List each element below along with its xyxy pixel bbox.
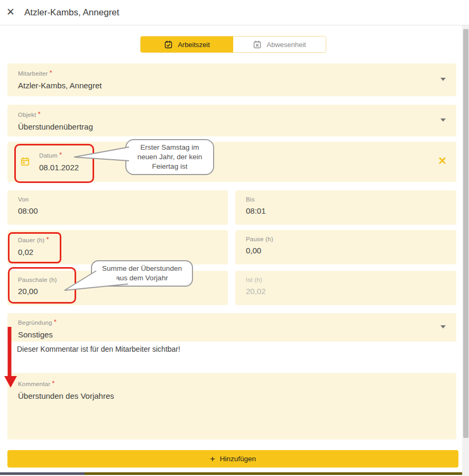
- bottom-strip-gray: [0, 472, 85, 475]
- required-asterisk: *: [59, 151, 62, 159]
- field-label: Pause (h): [246, 236, 446, 242]
- required-asterisk: *: [38, 110, 40, 118]
- required-asterisk: *: [50, 69, 52, 77]
- mitarbeiter-select[interactable]: Mitarbeiter* Atzler-Kambs, Annegret: [7, 63, 456, 96]
- calendar-icon[interactable]: [20, 157, 30, 169]
- field-label: Ist (h): [246, 277, 446, 283]
- speech-bubble-datum: Erster Samstag im neuen Jahr, der kein F…: [125, 139, 214, 175]
- required-asterisk: *: [46, 235, 49, 243]
- field-label: Dauer (h)*: [18, 236, 217, 244]
- close-icon[interactable]: ✕: [6, 6, 15, 19]
- plus-icon: +: [210, 454, 215, 464]
- begruendung-select[interactable]: Begründung* Sonstiges: [7, 313, 456, 342]
- bubble-text: Erster Samstag im neuen Jahr, der kein F…: [137, 143, 202, 172]
- field-label: Bis: [246, 196, 446, 203]
- von-input[interactable]: Von 08:00: [7, 190, 228, 225]
- required-asterisk: *: [52, 379, 54, 387]
- page-title: Atzler-Kambs, Annegret: [24, 0, 119, 25]
- scrollbar-thumb[interactable]: [463, 29, 468, 438]
- tab-arbeitszeit[interactable]: Arbeitszeit: [141, 36, 233, 52]
- field-label: Kommentar*: [18, 380, 446, 388]
- field-value: Überstunden des Vorjahres: [18, 391, 446, 400]
- bubble-text: Summe der Überstunden aus dem Vorjahr: [102, 264, 182, 283]
- dauer-input[interactable]: Dauer (h)* 0,02: [7, 230, 228, 264]
- kommentar-hint-text: Dieser Kommentar ist für den Mitarbeiter…: [17, 345, 180, 353]
- calendar-check-icon: [164, 40, 173, 49]
- clear-date-icon[interactable]: ✕: [438, 154, 447, 167]
- bottom-strip-olive: [85, 472, 462, 475]
- field-value: 20,00: [18, 287, 217, 296]
- field-value: 0,00: [246, 246, 446, 255]
- chevron-down-icon[interactable]: [440, 78, 446, 81]
- button-label: Hinzufügen: [220, 455, 256, 463]
- tab-label: Arbeitszeit: [178, 41, 210, 49]
- calendar-x-icon: [253, 40, 262, 49]
- bis-input[interactable]: Bis 08:01: [235, 190, 456, 225]
- field-value: 08:00: [18, 206, 217, 215]
- chevron-down-icon[interactable]: [440, 325, 446, 328]
- field-value: 08:01: [246, 206, 446, 215]
- field-label: Mitarbeiter*: [18, 69, 446, 77]
- objekt-select[interactable]: Objekt* Überstundenübertrag: [7, 105, 456, 136]
- chevron-down-icon[interactable]: [440, 118, 446, 122]
- field-label: Begründung*: [18, 318, 446, 326]
- tab-group: Arbeitszeit Abwesenheit: [140, 36, 326, 53]
- tab-abwesenheit[interactable]: Abwesenheit: [233, 36, 326, 52]
- field-label: Datum*: [39, 151, 446, 159]
- field-label: Von: [18, 196, 217, 203]
- dialog-header: ✕ Atzler-Kambs, Annegret: [0, 0, 469, 25]
- kommentar-textarea[interactable]: Kommentar* Überstunden des Vorjahres: [7, 373, 456, 440]
- arbeitszeit-dialog: ✕ Atzler-Kambs, Annegret Arbeitszeit Abw…: [0, 0, 469, 476]
- field-value: 08.01.2022: [39, 163, 446, 172]
- speech-bubble-pauschale: Summe der Überstunden aus dem Vorjahr: [91, 260, 193, 287]
- field-value: Überstundenübertrag: [18, 122, 446, 131]
- pause-input[interactable]: Pause (h) 0,00: [235, 230, 456, 264]
- field-value: 0,02: [18, 248, 217, 257]
- field-value: 20,02: [246, 287, 446, 296]
- field-value: Sonstiges: [18, 330, 446, 339]
- field-label: Objekt*: [18, 111, 446, 118]
- ist-readonly-field: Ist (h) 20,02: [235, 271, 456, 305]
- tab-label: Abwesenheit: [266, 41, 306, 49]
- required-asterisk: *: [54, 318, 57, 326]
- hinzufuegen-button[interactable]: + Hinzufügen: [7, 450, 458, 468]
- field-value: Atzler-Kambs, Annegret: [18, 81, 446, 90]
- datum-input[interactable]: Datum* 08.01.2022 ✕: [7, 142, 456, 182]
- scrollbar-track[interactable]: [462, 25, 469, 476]
